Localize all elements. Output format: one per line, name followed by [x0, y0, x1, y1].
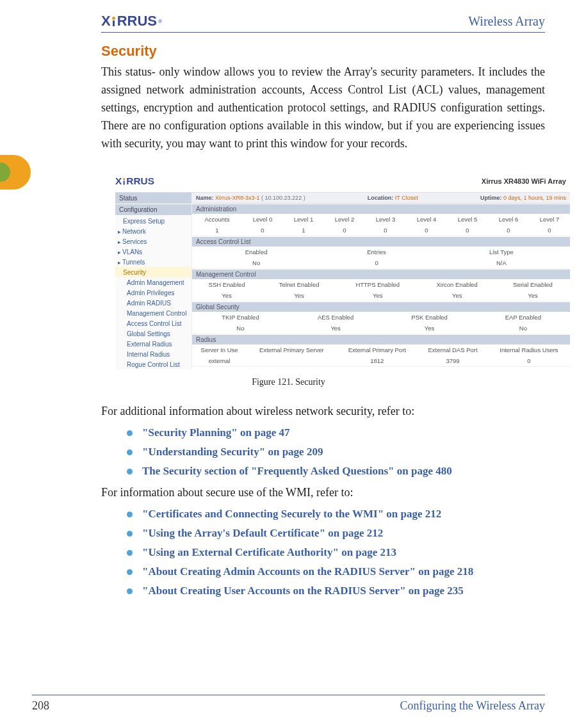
nav-network[interactable]: Network: [115, 226, 191, 236]
nav-security[interactable]: Security: [115, 267, 191, 277]
footer-section-title: Configuring the Wireless Array: [400, 699, 545, 713]
nav-management-control[interactable]: Management Control: [115, 308, 191, 318]
section-management: Management Control: [192, 269, 570, 279]
page-number: 208: [32, 699, 49, 713]
logo-letter-i-icon: [112, 17, 115, 26]
paragraph-see-also-2: For information about secure use of the …: [101, 484, 545, 501]
nav-header-status[interactable]: Status: [115, 193, 191, 204]
section-radius: Radius: [192, 334, 570, 344]
logo-letters-rest: RRUS: [117, 13, 157, 29]
nav-external-radius[interactable]: External Radius: [115, 339, 191, 349]
link-admin-accounts-radius[interactable]: "About Creating Admin Accounts on the RA…: [127, 565, 545, 578]
panel-main: Name: Xirrus-XR8-3x3-1 ( 10.100.23.222 )…: [192, 193, 570, 369]
link-certificates-wmi[interactable]: "Certificates and Connecting Securely to…: [127, 508, 545, 521]
nav-global-settings[interactable]: Global Settings: [115, 328, 191, 339]
status-location-label: Location:: [368, 195, 394, 201]
table-global-security: TKIP Enabled AES Enabled PSK Enabled EAP…: [192, 312, 570, 334]
table-administration: Accounts Level 0 Level 1 Level 2 Level 3…: [192, 214, 570, 236]
status-location-value: IT Closet: [395, 195, 418, 201]
panel-sidebar: Status Configuration Express Setup Netwo…: [115, 193, 192, 369]
link-understanding-security[interactable]: "Understanding Security" on page 209: [127, 446, 545, 458]
nav-express-setup[interactable]: Express Setup: [115, 216, 191, 226]
panel-product-title: Xirrus XR4830 WiFi Array: [482, 177, 566, 185]
status-ip-value: ( 10.100.23.222 ): [261, 195, 305, 201]
status-bar: Name: Xirrus-XR8-3x3-1 ( 10.100.23.222 )…: [192, 193, 570, 204]
status-uptime-label: Uptime:: [480, 195, 502, 201]
page-footer: 208 Configuring the Wireless Array: [32, 695, 545, 713]
link-list-1: "Security Planning" on page 47 "Understa…: [127, 426, 545, 478]
link-security-planning[interactable]: "Security Planning" on page 47: [127, 426, 545, 439]
page-header: X RRUS ® Wireless Array: [32, 13, 545, 29]
figure-caption: Figure 121. Security: [32, 377, 545, 387]
xirrus-logo: X RRUS ®: [101, 13, 162, 29]
status-uptime-value: 0 days, 1 hours, 19 mins: [503, 195, 566, 201]
section-acl: Access Control List: [192, 236, 570, 247]
section-paragraph: This status- only window allows you to r…: [101, 63, 545, 152]
section-administration: Administration: [192, 204, 570, 214]
table-acl: Enabled Entries List Type No 0 N/A: [192, 247, 570, 269]
nav-services[interactable]: Services: [115, 236, 191, 247]
link-user-accounts-radius[interactable]: "About Creating User Accounts on the RAD…: [127, 585, 545, 597]
nav-admin-management[interactable]: Admin Management: [115, 277, 191, 287]
footer-rule: [32, 695, 545, 695]
security-screenshot: X RRUS Xirrus XR4830 WiFi Array Status C…: [115, 170, 570, 369]
nav-admin-privileges[interactable]: Admin Privileges: [115, 287, 191, 298]
link-default-certificate[interactable]: "Using the Array's Default Certificate" …: [127, 527, 545, 540]
registered-mark-icon: ®: [158, 19, 162, 24]
paragraph-see-also-1: For additional information about wireles…: [101, 403, 545, 420]
logo-letter-x: X: [101, 13, 110, 29]
section-global-security: Global Security: [192, 302, 570, 312]
link-list-2: "Certificates and Connecting Securely to…: [127, 508, 545, 597]
table-radius: Server In Use External Primary Server Ex…: [192, 344, 570, 367]
nav-header-configuration[interactable]: Configuration: [115, 204, 191, 216]
nav-internal-radius[interactable]: Internal Radius: [115, 349, 191, 359]
nav-access-control-list[interactable]: Access Control List: [115, 318, 191, 328]
status-name-value: Xirrus-XR8-3x3-1: [215, 195, 260, 201]
header-rule: [101, 32, 545, 33]
section-heading: Security: [101, 43, 545, 60]
nav-rogue-control-list[interactable]: Rogue Control List: [115, 359, 191, 369]
link-faq-security[interactable]: The Security section of "Frequently Aske…: [127, 465, 545, 478]
panel-logo-i-icon: [123, 178, 126, 185]
nav-tunnels[interactable]: Tunnels: [115, 257, 191, 267]
nav-admin-radius[interactable]: Admin RADIUS: [115, 298, 191, 308]
panel-logo: X RRUS: [115, 175, 154, 187]
doc-title: Wireless Array: [468, 14, 545, 29]
nav-vlans[interactable]: VLANs: [115, 247, 191, 257]
status-name-label: Name:: [196, 195, 214, 201]
table-management: SSH Enabled Telnet Enabled HTTPS Enabled…: [192, 279, 570, 302]
link-external-ca[interactable]: "Using an External Certificate Authority…: [127, 546, 545, 559]
